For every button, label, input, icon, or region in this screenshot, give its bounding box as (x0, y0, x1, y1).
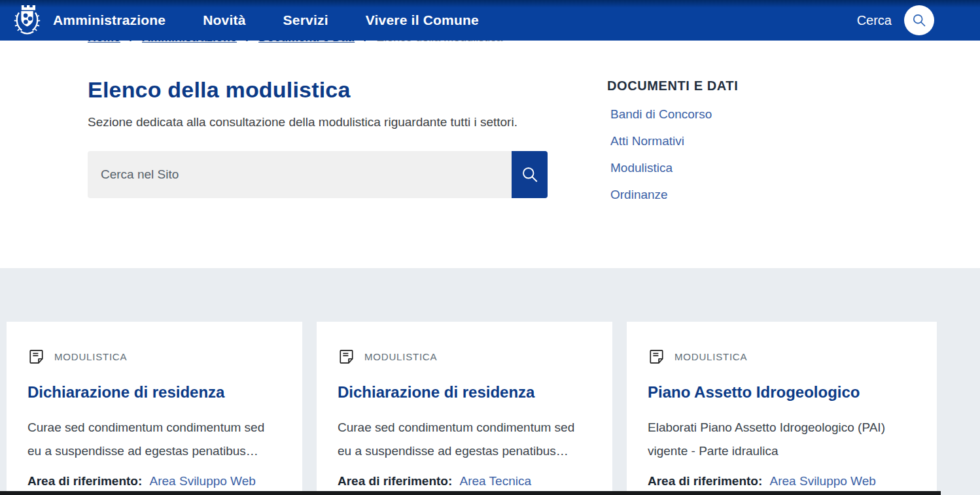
page-main: Elenco della modulistica Sezione dedicat… (0, 41, 980, 268)
navbar-search-button[interactable] (904, 5, 934, 35)
card-area-label: Area di riferimento: (338, 474, 452, 488)
nav-item-vivere-il-comune[interactable]: Vivere il Comune (366, 12, 479, 28)
search-icon (520, 165, 540, 184)
page-subtitle: Sezione dedicata alla consultazione dell… (88, 115, 548, 129)
card-area-link[interactable]: Area Sviluppo Web (770, 474, 876, 488)
search-submit-button[interactable] (512, 151, 548, 198)
sidebar-link-atti-normativi[interactable]: Atti Normativi (610, 134, 738, 148)
results-section: MODULISTICA Dichiarazione di residenza C… (0, 268, 980, 495)
municipality-crest-logo[interactable] (12, 4, 43, 37)
card-description: Curae sed condimentum condimentum sed eu… (338, 416, 589, 463)
site-search-bar (88, 151, 548, 198)
card-category-label: MODULISTICA (674, 351, 747, 362)
modulistica-card: MODULISTICA Piano Assetto Idrogeologico … (627, 322, 937, 495)
nav-item-amministrazione[interactable]: Amministrazione (53, 12, 166, 28)
note-document-icon (338, 348, 355, 366)
search-icon (911, 12, 927, 28)
card-title-link[interactable]: Dichiarazione di residenza (338, 383, 589, 401)
navbar-search-label: Cerca (857, 13, 892, 28)
main-navigation: Amministrazione Novità Servizi Vivere il… (53, 12, 479, 28)
note-document-icon (648, 348, 665, 366)
page-title: Elenco della modulistica (88, 77, 548, 103)
nav-item-novita[interactable]: Novità (203, 12, 245, 28)
sidebar-link-modulistica[interactable]: Modulistica (610, 161, 738, 175)
modulistica-card: MODULISTICA Dichiarazione di residenza C… (7, 322, 302, 495)
navbar-search-area: Cerca (857, 5, 934, 35)
card-title-link[interactable]: Piano Assetto Idrogeologico (648, 383, 913, 401)
sidebar-link-ordinanze[interactable]: Ordinanze (610, 188, 738, 202)
modulistica-card: MODULISTICA Dichiarazione di residenza C… (317, 322, 612, 495)
card-description: Curae sed condimentum condimentum sed eu… (27, 416, 279, 463)
sidebar-title: DOCUMENTI E DATI (607, 78, 738, 94)
documents-sidebar: DOCUMENTI E DATI Bandi di Concorso Atti … (607, 77, 738, 268)
card-title-link[interactable]: Dichiarazione di residenza (27, 383, 279, 401)
window-bottom-edge (0, 491, 941, 495)
nav-item-servizi[interactable]: Servizi (283, 12, 328, 28)
card-area-label: Area di riferimento: (27, 474, 142, 488)
page-intro-column: Elenco della modulistica Sezione dedicat… (88, 77, 548, 268)
card-area-link[interactable]: Area Tecnica (460, 474, 532, 488)
note-document-icon (27, 348, 45, 366)
card-category-label: MODULISTICA (54, 351, 127, 362)
card-description: Elaborati Piano Assetto Idrogeologico (P… (648, 416, 913, 463)
top-navbar: Amministrazione Novità Servizi Vivere il… (0, 0, 980, 41)
card-area-label: Area di riferimento: (648, 474, 762, 488)
sidebar-link-bandi-di-concorso[interactable]: Bandi di Concorso (610, 107, 738, 122)
card-area-link[interactable]: Area Sviluppo Web (150, 474, 256, 488)
card-category-label: MODULISTICA (364, 351, 437, 362)
search-input[interactable] (88, 151, 512, 198)
